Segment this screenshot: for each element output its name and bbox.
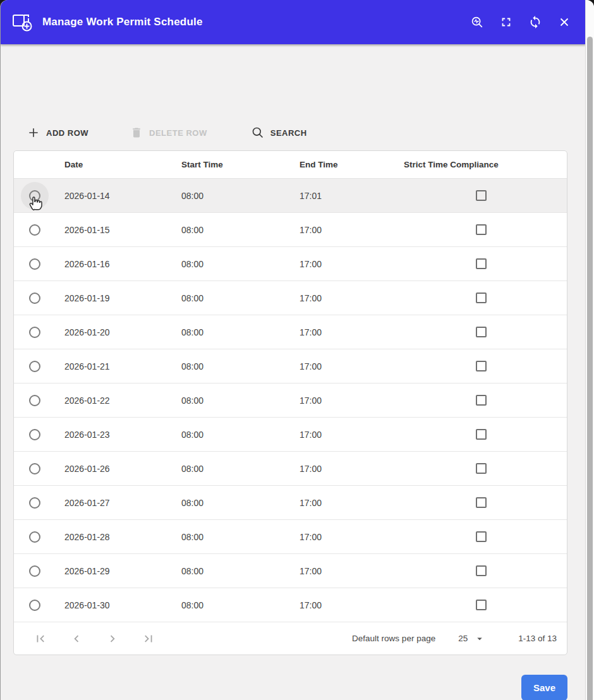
row-select-radio[interactable]	[29, 429, 40, 440]
row-select-radio[interactable]	[29, 497, 40, 509]
cell-start-time: 08:00	[173, 361, 291, 371]
strict-time-compliance-checkbox[interactable]	[476, 395, 487, 406]
audit-search-icon[interactable]	[470, 15, 485, 30]
chevron-down-icon[interactable]	[474, 633, 485, 644]
schedule-table: Date Start Time End Time Strict Time Com…	[13, 150, 567, 655]
delete-row-button: DELETE ROW	[130, 126, 207, 139]
row-select-radio[interactable]	[29, 395, 40, 406]
row-select-radio[interactable]	[29, 327, 40, 338]
table-row[interactable]: 2026-01-27 08:00 17:00	[14, 486, 567, 520]
table-row[interactable]: 2026-01-22 08:00 17:00	[14, 383, 567, 418]
cell-date: 2026-01-27	[56, 498, 173, 508]
strict-time-compliance-checkbox[interactable]	[476, 600, 487, 610]
table-header-row: Date Start Time End Time Strict Time Com…	[14, 151, 567, 179]
rows-per-page-value[interactable]: 25	[458, 634, 468, 643]
vertical-scrollbar[interactable]	[585, 0, 594, 700]
dialog-title: Manage Work Permit Schedule	[42, 16, 203, 28]
save-button[interactable]: Save	[521, 675, 567, 700]
cell-date: 2026-01-20	[56, 327, 173, 337]
row-select-radio[interactable]	[29, 463, 40, 474]
refresh-icon[interactable]	[528, 15, 543, 30]
strict-time-compliance-checkbox[interactable]	[476, 531, 487, 542]
column-header-start-time: Start Time	[173, 160, 291, 169]
cell-date: 2026-01-22	[56, 395, 173, 406]
rows-per-page-label: Default rows per page	[352, 634, 435, 643]
cell-start-time: 08:00	[173, 395, 291, 406]
cell-date: 2026-01-29	[56, 566, 173, 576]
scrollbar-thumb[interactable]	[587, 37, 593, 700]
cell-date: 2026-01-15	[56, 225, 173, 235]
row-select-radio[interactable]	[29, 600, 40, 611]
cell-end-time: 17:00	[291, 600, 395, 610]
cell-date: 2026-01-14	[56, 191, 173, 201]
add-row-button[interactable]: ADD ROW	[27, 126, 88, 139]
dialog-titlebar: Manage Work Permit Schedule	[1, 0, 586, 44]
cell-date: 2026-01-23	[56, 430, 173, 440]
cell-end-time: 17:00	[291, 464, 395, 474]
cell-start-time: 08:00	[173, 191, 291, 201]
cell-end-time: 17:00	[291, 430, 395, 440]
cell-end-time: 17:00	[291, 225, 395, 235]
row-select-radio[interactable]	[29, 531, 40, 543]
row-select-radio[interactable]	[29, 361, 40, 372]
strict-time-compliance-checkbox[interactable]	[476, 293, 487, 303]
table-row[interactable]: 2026-01-14 08:00 17:01	[14, 179, 567, 213]
manage-work-permit-schedule-dialog: Manage Work Permit Schedule	[0, 0, 594, 700]
table-row[interactable]: 2026-01-21 08:00 17:00	[14, 349, 567, 383]
column-header-date: Date	[56, 160, 173, 169]
search-button[interactable]: SEARCH	[252, 126, 307, 139]
strict-time-compliance-checkbox[interactable]	[476, 463, 487, 474]
strict-time-compliance-checkbox[interactable]	[476, 361, 487, 371]
pagination-range: 1-13 of 13	[518, 634, 557, 643]
cell-end-time: 17:01	[291, 191, 395, 201]
table-row[interactable]: 2026-01-15 08:00 17:00	[14, 213, 567, 247]
row-select-radio[interactable]	[29, 293, 40, 304]
cell-start-time: 08:00	[173, 566, 291, 576]
column-header-end-time: End Time	[291, 160, 395, 169]
cell-start-time: 08:00	[173, 225, 291, 235]
table-row[interactable]: 2026-01-26 08:00 17:00	[14, 452, 567, 486]
table-row[interactable]: 2026-01-16 08:00 17:00	[14, 247, 567, 281]
cell-end-time: 17:00	[291, 361, 395, 371]
close-icon[interactable]	[557, 15, 572, 30]
row-select-radio[interactable]	[29, 190, 40, 202]
cell-date: 2026-01-19	[56, 293, 173, 303]
first-page-icon[interactable]	[33, 631, 48, 646]
search-icon	[252, 126, 264, 139]
next-page-icon[interactable]	[105, 631, 120, 646]
strict-time-compliance-checkbox[interactable]	[476, 327, 487, 337]
cell-start-time: 08:00	[173, 430, 291, 440]
strict-time-compliance-checkbox[interactable]	[476, 565, 487, 576]
last-page-icon[interactable]	[141, 631, 156, 646]
fullscreen-icon[interactable]	[499, 15, 514, 30]
previous-page-icon[interactable]	[69, 631, 84, 646]
table-row[interactable]: 2026-01-29 08:00 17:00	[14, 554, 567, 588]
table-toolbar: ADD ROW DELETE ROW SEARCH	[27, 123, 586, 143]
table-row[interactable]: 2026-01-30 08:00 17:00	[14, 588, 567, 622]
strict-time-compliance-checkbox[interactable]	[476, 190, 487, 201]
table-row[interactable]: 2026-01-28 08:00 17:00	[14, 520, 567, 554]
table-row[interactable]: 2026-01-19 08:00 17:00	[14, 281, 567, 315]
column-header-strict-time-compliance: Strict Time Compliance	[395, 160, 567, 169]
strict-time-compliance-checkbox[interactable]	[476, 224, 487, 235]
cell-start-time: 08:00	[173, 327, 291, 337]
cell-start-time: 08:00	[173, 532, 291, 542]
cell-end-time: 17:00	[291, 395, 395, 406]
table-row[interactable]: 2026-01-23 08:00 17:00	[14, 418, 567, 452]
strict-time-compliance-checkbox[interactable]	[476, 258, 487, 269]
row-select-radio[interactable]	[29, 565, 40, 577]
trash-icon	[130, 126, 143, 139]
table-row[interactable]: 2026-01-20 08:00 17:00	[14, 315, 567, 349]
cell-end-time: 17:00	[291, 498, 395, 508]
plus-icon	[27, 126, 40, 139]
strict-time-compliance-checkbox[interactable]	[476, 497, 487, 508]
cell-date: 2026-01-28	[56, 532, 173, 542]
cell-date: 2026-01-30	[56, 600, 173, 610]
strict-time-compliance-checkbox[interactable]	[476, 429, 487, 440]
cell-end-time: 17:00	[291, 327, 395, 337]
row-select-radio[interactable]	[29, 258, 40, 270]
cell-end-time: 17:00	[291, 293, 395, 303]
cell-end-time: 17:00	[291, 566, 395, 576]
cell-start-time: 08:00	[173, 464, 291, 474]
row-select-radio[interactable]	[29, 224, 40, 236]
